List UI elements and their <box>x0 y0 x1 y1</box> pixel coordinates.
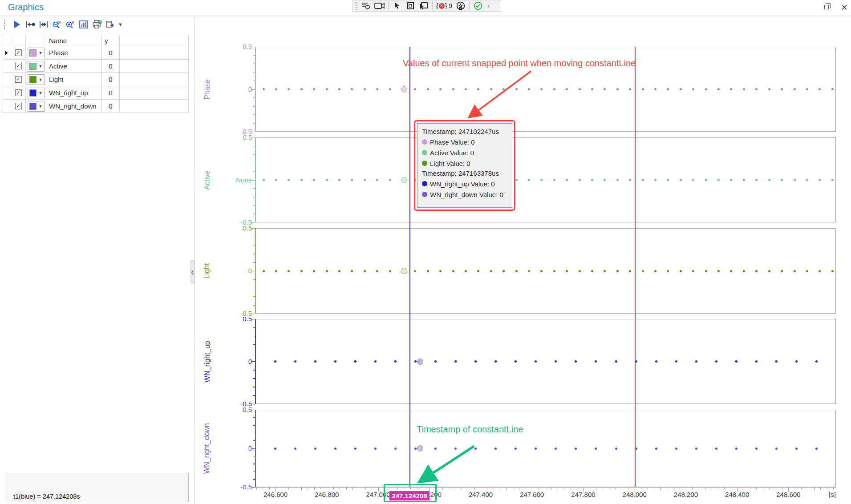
x-axis-tick <box>622 488 622 489</box>
accessibility-button[interactable] <box>454 1 467 11</box>
chevron-down-icon: ▼ <box>39 77 43 82</box>
color-dropdown[interactable]: ▼ <box>28 61 45 72</box>
fit-view-button[interactable] <box>37 19 50 30</box>
validate-button[interactable] <box>471 1 485 11</box>
zoom-in-x-button[interactable]: x <box>64 19 77 30</box>
checkbox-cell: ✓ <box>11 60 26 73</box>
y-tick-label-top: 0.5 <box>225 224 252 232</box>
strip-title-Light: Light <box>203 228 212 314</box>
select-cursor-button[interactable] <box>390 1 404 11</box>
x-axis-tick <box>680 488 680 489</box>
y-tick-label-mid: 0 <box>225 267 252 274</box>
toolbar-separator <box>388 2 389 10</box>
window-title: Graphics <box>8 2 44 12</box>
visibility-checkbox[interactable]: ✓ <box>15 63 22 69</box>
visibility-checkbox[interactable]: ✓ <box>15 89 22 96</box>
current-row-indicator <box>5 51 8 55</box>
x-axis-tick <box>686 488 686 492</box>
filler-cell <box>120 60 189 73</box>
t1-cursor-line[interactable] <box>409 47 410 487</box>
signal-y-cell: 0 <box>102 73 120 86</box>
y-tick-label-mid: 0 <box>225 358 252 365</box>
restore-window-button[interactable] <box>821 3 833 12</box>
fit-time-range-button[interactable] <box>24 19 37 30</box>
signal-y-cell: 0 <box>102 60 120 73</box>
error-counter[interactable]: {✕} 9 <box>434 2 454 9</box>
tooltip-value-row: WN_right_up Value: 0 <box>422 178 507 189</box>
x-axis-tick <box>365 488 366 489</box>
x-axis-tick <box>641 488 641 489</box>
x-axis-tick <box>782 488 782 489</box>
play-button[interactable] <box>10 19 24 30</box>
t1-readout: t1(blue) = 247.124208s <box>13 492 188 501</box>
select-frame-button[interactable] <box>417 1 430 11</box>
collapse-toolbar-button[interactable]: ‹ <box>485 1 493 10</box>
plot-strip-WN_right_up[interactable] <box>255 319 836 404</box>
color-swatch <box>29 63 36 70</box>
color-dropdown[interactable]: ▼ <box>28 74 45 85</box>
y-tick-label-bottom: -0.5 <box>225 483 252 491</box>
x-axis-tick <box>673 488 673 489</box>
camera-button[interactable] <box>373 1 386 11</box>
column-header-0 <box>3 35 11 46</box>
plot-strip-Active[interactable] <box>255 137 836 222</box>
visibility-checkbox[interactable]: ✓ <box>15 49 22 56</box>
x-axis-tick <box>519 488 519 489</box>
panel-splitter[interactable] <box>195 16 195 504</box>
splitter-collapse-handle[interactable]: ❮ <box>190 260 195 283</box>
swatch-cell: ▼ <box>26 86 46 100</box>
tooltip-values-group-1: Phase Value: 0Active Value: 0Light Value… <box>422 137 507 169</box>
row-indicator-cell <box>3 100 11 113</box>
brace-left: { <box>436 2 438 9</box>
x-axis-tick <box>462 488 462 489</box>
x-axis-unit: [s] <box>829 491 836 498</box>
frame-button[interactable] <box>404 1 417 11</box>
color-swatch <box>29 103 36 110</box>
x-axis-tick <box>263 488 263 489</box>
toolbar-grip[interactable] <box>4 19 6 30</box>
x-axis-tick <box>372 488 372 489</box>
plot-strip-Light[interactable] <box>255 228 836 314</box>
profile-settings-button[interactable] <box>360 1 373 11</box>
row-indicator-cell <box>3 60 11 73</box>
x-axis-tick <box>763 488 763 490</box>
x-axis-tick <box>596 488 596 489</box>
close-window-button[interactable]: ✕ <box>839 3 850 12</box>
x-axis-tick <box>346 488 347 489</box>
chart-panel-button[interactable] <box>77 19 90 30</box>
x-axis-tick <box>353 488 353 490</box>
svg-text:?: ? <box>99 20 101 24</box>
toolbar-dropdown-caret[interactable]: ▼ <box>117 22 123 27</box>
x-axis-tick <box>481 488 481 492</box>
color-swatch <box>29 49 36 56</box>
color-dropdown[interactable]: ▼ <box>28 88 45 98</box>
x-tick-label: 248.400 <box>717 491 757 498</box>
tooltip-timestamp-1: Timestamp: 247102247us <box>422 127 507 137</box>
x-tick-label: 248.200 <box>666 491 706 498</box>
tooltip-value-row: Light Value: 0 <box>422 158 507 169</box>
y-axis-tick <box>252 132 255 133</box>
t2-cursor-line[interactable] <box>635 47 636 487</box>
color-dropdown[interactable]: ▼ <box>28 48 45 58</box>
x-axis-tick <box>705 488 705 489</box>
y-axis-tick <box>252 47 255 48</box>
value-tooltip: Timestamp: 247102247us Phase Value: 0Act… <box>417 123 512 208</box>
x-axis-tick <box>718 488 718 489</box>
zoom-out-x-button[interactable]: x <box>50 19 64 30</box>
visibility-checkbox[interactable]: ✓ <box>15 103 22 109</box>
checkbox-cell: ✓ <box>11 73 26 86</box>
x-axis-tick <box>526 488 526 489</box>
scope-toolbar: x x ? ▼ <box>4 17 123 32</box>
signal-y-cell: 0 <box>102 86 120 100</box>
x-tick-label: 246.600 <box>255 491 296 498</box>
export-button[interactable] <box>104 19 117 30</box>
chevron-down-icon: ▼ <box>39 91 43 95</box>
visibility-checkbox[interactable]: ✓ <box>15 76 22 83</box>
y-axis-tick <box>252 314 255 314</box>
color-dropdown[interactable]: ▼ <box>28 101 45 112</box>
toolbar-grip[interactable] <box>354 1 358 10</box>
signal-table: Namey✓▼Phase0✓▼Active0✓▼Light0✓▼WN_right… <box>3 35 189 113</box>
print-button[interactable]: ? <box>90 19 104 30</box>
plot-strip-WN_right_down[interactable] <box>255 410 836 487</box>
chevron-down-icon: ▼ <box>39 64 43 69</box>
